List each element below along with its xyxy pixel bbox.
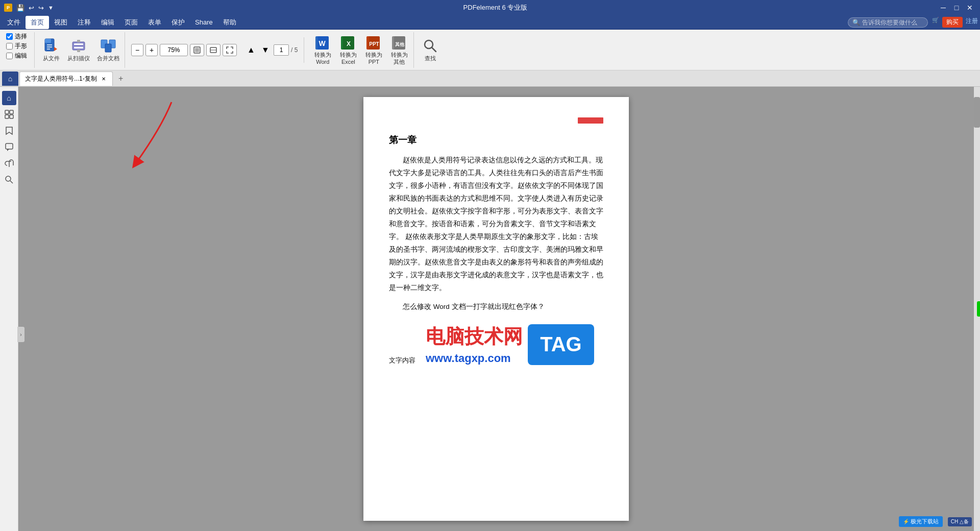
toolbar-search-group: 查找 bbox=[416, 32, 445, 68]
watermark-url: www.tagxp.com bbox=[426, 352, 523, 365]
undo-icon[interactable]: ↩ bbox=[29, 4, 34, 12]
watermark-dianjishu: 电脑技术网 bbox=[426, 324, 523, 350]
merge-doc-label: 合并文档 bbox=[97, 55, 119, 62]
menu-home[interactable]: 首页 bbox=[26, 16, 49, 29]
select-tool[interactable]: 选择 bbox=[6, 32, 27, 41]
search-icon bbox=[422, 38, 438, 54]
register-button[interactable]: 注册 bbox=[966, 17, 978, 28]
collapse-arrow[interactable]: › bbox=[17, 327, 24, 342]
jiguang-logo: ⚡ 极光下载站 bbox=[899, 516, 943, 527]
zoom-in-button[interactable]: + bbox=[145, 44, 158, 56]
search-button[interactable]: 查找 bbox=[418, 34, 443, 66]
save-icon[interactable]: 💾 bbox=[16, 4, 24, 12]
window-controls: ─ □ ✕ bbox=[937, 2, 976, 14]
fit-page-button[interactable] bbox=[190, 44, 204, 56]
sidebar-search[interactable] bbox=[2, 173, 16, 187]
menu-bar: 文件 首页 视图 注释 编辑 页面 表单 保护 Share 帮助 🔍 🛒 购买 … bbox=[0, 15, 980, 30]
sidebar-thumbnails[interactable] bbox=[2, 107, 16, 122]
page-number-input[interactable] bbox=[274, 44, 289, 56]
menu-view[interactable]: 视图 bbox=[49, 16, 72, 29]
to-excel-button[interactable]: X 转换为Excel bbox=[336, 34, 360, 66]
hand-checkbox[interactable] bbox=[6, 43, 13, 50]
menu-help[interactable]: 帮助 bbox=[218, 16, 241, 29]
zoom-out-button[interactable]: − bbox=[131, 44, 143, 56]
left-sidebar: ⌂ bbox=[0, 87, 18, 531]
customize-icon[interactable]: ▼ bbox=[48, 5, 54, 11]
svg-rect-37 bbox=[6, 143, 13, 149]
page-nav: ▲ ▼ / 5 bbox=[245, 44, 298, 56]
select-checkbox[interactable] bbox=[6, 33, 13, 40]
from-file-button[interactable]: 从文件 bbox=[39, 34, 63, 66]
word-icon: W bbox=[314, 34, 331, 51]
tab-label: 文字是人类用符号...1-复制 bbox=[25, 75, 97, 83]
menu-search-box[interactable]: 🔍 bbox=[848, 17, 928, 28]
svg-line-31 bbox=[432, 47, 436, 52]
pdf-page: 第一章 赵依依是人类用符号记录表达信息以传之久远的方式和工具。现代文字大多是记录… bbox=[363, 97, 629, 521]
zoom-input[interactable] bbox=[160, 44, 188, 56]
svg-rect-15 bbox=[195, 48, 199, 52]
page-separator: / 5 bbox=[291, 46, 298, 54]
page-red-box bbox=[578, 117, 603, 124]
svg-text:其他: 其他 bbox=[395, 42, 405, 47]
to-word-label: 转换为Word bbox=[314, 52, 331, 65]
fit-width-button[interactable] bbox=[206, 44, 220, 56]
search-icon: 🔍 bbox=[852, 19, 860, 26]
right-scrollbar[interactable] bbox=[974, 87, 980, 531]
svg-rect-1 bbox=[45, 39, 51, 43]
menu-search-input[interactable] bbox=[862, 19, 923, 26]
excel-icon: X bbox=[340, 34, 356, 51]
sidebar-comments[interactable] bbox=[2, 140, 16, 154]
svg-rect-35 bbox=[10, 115, 13, 118]
title-bar: P 💾 ↩ ↪ ▼ PDFelement 6 专业版 ─ □ ✕ bbox=[0, 0, 980, 15]
pdf-page-header bbox=[389, 117, 603, 124]
menu-page[interactable]: 页面 bbox=[119, 16, 143, 29]
search-label: 查找 bbox=[425, 55, 436, 62]
app-title: PDFelement 6 专业版 bbox=[463, 3, 528, 12]
sidebar-attachments[interactable] bbox=[2, 156, 16, 171]
bottom-right-logos: ⚡ 极光下载站 CH △备 bbox=[899, 516, 972, 527]
toolbar-create-group: 从文件 从扫描仪 合并文档 bbox=[37, 32, 125, 68]
title-left: P 💾 ↩ ↪ ▼ bbox=[4, 4, 54, 12]
close-button[interactable]: ✕ bbox=[964, 2, 976, 14]
minimize-button[interactable]: ─ bbox=[937, 2, 949, 14]
redo-icon[interactable]: ↪ bbox=[38, 4, 44, 12]
buy-button[interactable]: 购买 bbox=[942, 17, 963, 28]
scrollbar-thumb[interactable] bbox=[974, 97, 980, 128]
menu-form[interactable]: 表单 bbox=[143, 16, 166, 29]
edit-checkbox[interactable] bbox=[6, 53, 13, 59]
menu-right-buttons: 🛒 购买 注册 bbox=[932, 17, 978, 28]
from-file-icon bbox=[43, 38, 59, 54]
ppt-icon: PPT bbox=[365, 34, 382, 51]
pdf-bottom-label: 文字内容 bbox=[389, 356, 415, 365]
to-other-label: 转换为其他 bbox=[391, 52, 408, 65]
svg-rect-32 bbox=[5, 110, 9, 114]
menu-annotate[interactable]: 注释 bbox=[72, 16, 96, 29]
merge-doc-icon bbox=[100, 38, 116, 54]
edit-tool[interactable]: 编辑 bbox=[6, 52, 27, 60]
from-scanner-button[interactable]: 从扫描仪 bbox=[64, 34, 93, 66]
menu-protect[interactable]: 保护 bbox=[166, 16, 190, 29]
to-other-button[interactable]: 其他 转换为其他 bbox=[387, 34, 411, 66]
toolbar-tools-group: 选择 手形 编辑 bbox=[4, 32, 35, 68]
page-up-button[interactable]: ▲ bbox=[245, 44, 257, 56]
svg-rect-34 bbox=[5, 115, 9, 118]
menu-file[interactable]: 文件 bbox=[2, 16, 26, 29]
maximize-button[interactable]: □ bbox=[950, 2, 963, 14]
add-tab-button[interactable]: + bbox=[115, 73, 127, 85]
toolbar-convert-group: W 转换为Word X 转换为Excel PPT bbox=[308, 32, 414, 68]
merge-doc-button[interactable]: 合并文档 bbox=[94, 34, 122, 66]
to-word-button[interactable]: W 转换为Word bbox=[310, 34, 335, 66]
home-tab[interactable]: ⌂ bbox=[2, 71, 18, 86]
to-ppt-button[interactable]: PPT 转换为PPT bbox=[361, 34, 386, 66]
page-down-button[interactable]: ▼ bbox=[259, 44, 272, 56]
scrollbar-green-indicator bbox=[977, 301, 980, 317]
hand-tool[interactable]: 手形 bbox=[6, 42, 27, 51]
fullscreen-button[interactable] bbox=[223, 44, 237, 56]
sidebar-home[interactable]: ⌂ bbox=[2, 91, 16, 105]
menu-edit[interactable]: 编辑 bbox=[96, 16, 119, 29]
menu-share[interactable]: Share bbox=[190, 16, 218, 28]
sidebar-bookmarks[interactable] bbox=[2, 124, 16, 138]
tab-close-button[interactable]: ✕ bbox=[100, 75, 107, 82]
document-tab[interactable]: 文字是人类用符号...1-复制 ✕ bbox=[19, 71, 113, 86]
svg-marker-5 bbox=[54, 47, 57, 51]
